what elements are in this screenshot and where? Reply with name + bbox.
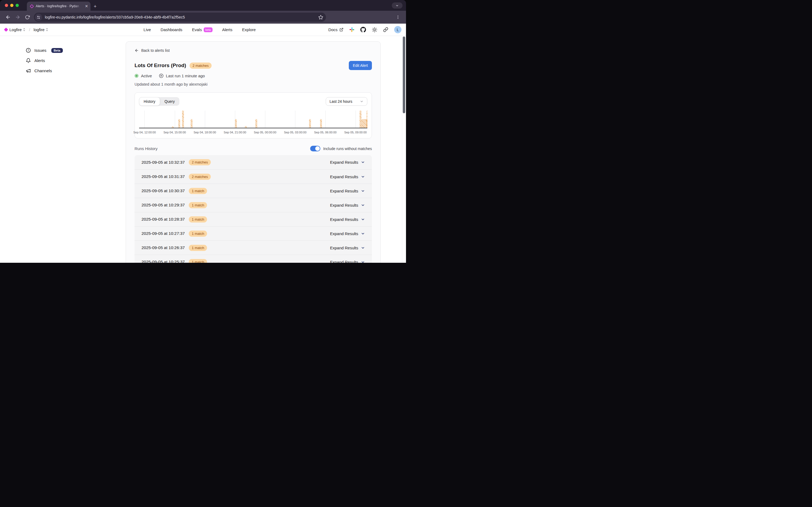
megaphone-icon (26, 68, 31, 73)
slack-icon[interactable] (349, 27, 355, 32)
chevron-down-icon (361, 260, 365, 263)
chart-bar (172, 126, 174, 128)
address-bar[interactable]: logfire-eu.pydantic.info/logfire/logfire… (34, 13, 326, 22)
nav-dashboards[interactable]: Dashboards (161, 27, 182, 32)
expand-results-label: Expand Results (330, 260, 358, 263)
chart-x-labels: Sep 04, 12:00:00Sep 04, 15:00:00Sep 04, … (139, 131, 367, 135)
history-query-tabs: History Query (139, 97, 179, 106)
tab-search-button[interactable] (392, 2, 402, 9)
matches-bar-chart: Sep 04, 12:00:00Sep 04, 15:00:00Sep 04, … (139, 111, 367, 135)
run-match-badge: 1 match (189, 202, 207, 208)
time-range-select[interactable]: Last 24 hours (326, 97, 367, 106)
tab-history[interactable]: History (139, 97, 160, 106)
include-runs-toggle[interactable] (310, 146, 320, 151)
reload-button[interactable] (22, 12, 32, 22)
github-icon[interactable] (360, 27, 366, 33)
chart-bar (320, 119, 322, 128)
expand-results-label: Expand Results (330, 174, 358, 179)
expand-results-button[interactable]: Expand Results (330, 203, 365, 208)
run-timestamp: 2025-09-05 at 10:31:37 (142, 174, 185, 179)
chevron-down-icon (361, 246, 365, 250)
active-status-dot-icon (134, 74, 139, 78)
expand-results-button[interactable]: Expand Results (330, 174, 365, 179)
toggle-label: Include runs without matches (323, 147, 372, 151)
issues-beta-badge: Beta (51, 48, 63, 53)
breadcrumb: Logfire / logfire (5, 27, 48, 32)
close-tab-icon[interactable]: ✕ (85, 4, 88, 8)
edit-alert-button[interactable]: Edit Alert (349, 61, 372, 70)
tab-query[interactable]: Query (160, 97, 179, 106)
run-match-badge: 1 match (189, 231, 207, 237)
org-switcher[interactable]: Logfire (9, 27, 25, 32)
selector-carets-icon (23, 28, 25, 32)
sidebar-item-label: Issues (34, 48, 47, 53)
chart-bar (309, 119, 311, 128)
back-to-alerts-link[interactable]: Back to alerts list (134, 48, 170, 53)
history-chart-card: History Query Last 24 hours Sep 04, 12:0… (134, 92, 372, 138)
zoom-window-button[interactable] (15, 4, 19, 7)
chevron-down-icon (361, 217, 365, 221)
chart-bar (245, 126, 247, 128)
sidebar-item-issues[interactable]: Issues Beta (26, 47, 102, 54)
new-tab-button[interactable]: + (94, 4, 97, 9)
nav-live[interactable]: Live (144, 27, 151, 32)
chevron-down-icon (361, 203, 365, 207)
scrollbar-track[interactable] (402, 36, 406, 263)
user-avatar[interactable]: L (394, 26, 401, 33)
alert-detail-panel: Back to alerts list Lots Of Errors (Prod… (126, 41, 381, 263)
scrollbar-thumb[interactable] (403, 37, 405, 113)
chart-x-tick-label: Sep 05, 06:00:00 (314, 131, 337, 134)
run-history-row: 2025-09-05 at 10:27:37 1 match Expand Re… (134, 226, 372, 240)
evals-beta-badge: beta (204, 27, 212, 32)
window-controls (5, 4, 19, 7)
bookmark-star-icon[interactable] (318, 15, 323, 20)
run-timestamp: 2025-09-05 at 10:25:37 (142, 260, 185, 263)
run-history-row: 2025-09-05 at 10:31:37 2 matches Expand … (134, 169, 372, 183)
chart-x-tick-label: Sep 05, 03:00:00 (284, 131, 306, 134)
back-button[interactable] (3, 12, 13, 22)
expand-results-button[interactable]: Expand Results (330, 189, 365, 193)
logfire-logo-icon (4, 27, 8, 32)
expand-results-label: Expand Results (330, 217, 358, 222)
project-switcher[interactable]: logfire (34, 27, 48, 32)
nav-alerts[interactable]: Alerts (222, 27, 232, 32)
docs-link[interactable]: Docs (328, 27, 343, 32)
expand-results-button[interactable]: Expand Results (330, 260, 365, 263)
expand-results-button[interactable]: Expand Results (330, 245, 365, 250)
close-window-button[interactable] (5, 4, 8, 7)
forward-arrow-icon (15, 14, 20, 20)
expand-results-button[interactable]: Expand Results (330, 231, 365, 236)
run-timestamp: 2025-09-05 at 10:29:37 (142, 203, 185, 208)
expand-results-label: Expand Results (330, 160, 358, 165)
expand-results-button[interactable]: Expand Results (330, 217, 365, 222)
chart-gridline (295, 111, 295, 128)
chart-x-tick-label: Sep 04, 21:00:00 (224, 131, 246, 134)
expand-results-label: Expand Results (330, 231, 358, 236)
minimize-window-button[interactable] (10, 4, 13, 7)
nav-evals[interactable]: Evals beta (192, 27, 212, 32)
run-history-row: 2025-09-05 at 10:25:37 1 match Expand Re… (134, 255, 372, 263)
run-history-row: 2025-09-05 at 10:32:37 2 matches Expand … (134, 155, 372, 169)
sidebar-item-alerts[interactable]: Alerts (26, 57, 102, 64)
expand-results-label: Expand Results (330, 203, 358, 208)
forward-button[interactable] (13, 12, 22, 22)
expand-results-label: Expand Results (330, 189, 358, 193)
expand-results-button[interactable]: Expand Results (330, 160, 365, 165)
sidebar-item-label: Alerts (34, 58, 45, 63)
run-match-badge: 1 match (189, 216, 207, 223)
selector-carets-icon (46, 28, 48, 32)
browser-menu-button[interactable] (393, 12, 403, 22)
nav-explore[interactable]: Explore (242, 27, 256, 32)
site-settings-button[interactable] (35, 14, 42, 21)
theme-sun-icon[interactable] (372, 27, 377, 33)
tab-title: Alerts · logfire/logfire · Pydan (36, 4, 83, 8)
chart-gridline (145, 111, 145, 128)
share-link-icon[interactable] (383, 27, 388, 32)
chart-bar (178, 119, 180, 128)
browser-tab-strip: Alerts · logfire/logfire · Pydan ✕ + (0, 0, 406, 11)
browser-tab[interactable]: Alerts · logfire/logfire · Pydan ✕ (27, 2, 91, 11)
run-history-row: 2025-09-05 at 10:28:37 1 match Expand Re… (134, 212, 372, 226)
sidebar-item-channels[interactable]: Channels (26, 67, 102, 74)
expand-results-label: Expand Results (330, 245, 358, 250)
status-badge: Active (134, 73, 152, 78)
